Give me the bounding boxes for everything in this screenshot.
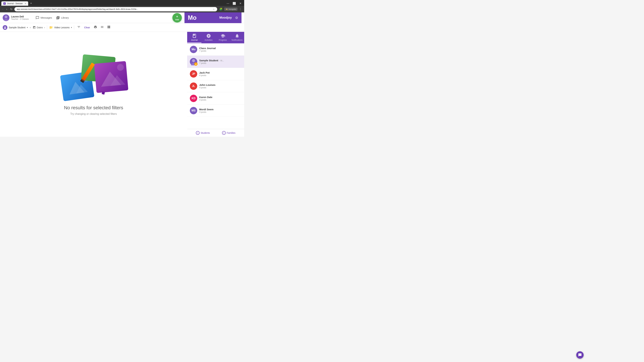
john-louises-name: John Louises [199,83,242,86]
notifications-tab-label: Notifications [232,39,242,41]
nav-items: Messages Library [36,16,170,19]
student-item-mordi[interactable]: MS Mordi Seem 3 posts [187,105,244,117]
empty-title: No results for selected filters [64,105,123,110]
add-button[interactable]: + Add [172,13,182,22]
john-louises-avatar: JL [190,82,197,90]
journal-tab-icon [192,33,197,38]
incognito-badge: 🕵 Incognito [224,7,238,11]
browser-menu-button[interactable]: ⋮ [238,7,243,11]
panel-top-section: Mo Moodjoy ⚙ [184,12,242,23]
student-item-jack[interactable]: JP Jack Pot 4 posts [187,68,244,80]
filter-bar: Sample Student ▾ ‹ Dates › 📁 Video Lesso… [0,23,244,32]
dates-label: Dates [37,26,43,29]
svg-point-9 [117,64,124,71]
mordi-seem-posts: 3 posts [199,111,242,113]
mordi-seem-avatar: MS [190,107,197,114]
maximize-button[interactable]: ⬜ [231,1,237,6]
add-label: Add [175,18,179,21]
extensions-button[interactable]: 🧩 [218,7,224,11]
notifications-tab-icon [235,33,240,38]
tab-title: Journal - Seesaw [7,2,24,5]
folder-selector[interactable]: 📁 Video Lessons ▾ [49,26,72,29]
families-label: Families [227,132,236,134]
karen-dale-avatar: KD [190,95,197,102]
dates-button[interactable]: Dates [33,26,43,29]
messages-nav-item[interactable]: Messages [36,16,52,19]
panel-list: Mo Class Journal 7 posts [187,43,244,129]
settings-icon[interactable]: ⚙ [235,16,238,20]
close-window-button[interactable]: ✕ [238,1,243,6]
library-nav-item[interactable]: Library [56,16,69,19]
purple-card [94,61,128,93]
journal-tab-label: Journal [191,39,198,41]
tab-journal[interactable]: Journal [187,32,202,43]
folder-name: Video Lessons [54,26,70,29]
library-icon [56,16,60,19]
filter-options-button[interactable] [76,25,82,30]
user-details: Lauren Deli Teacher · 2 Classes [11,15,29,20]
progress-tab-icon [220,33,225,38]
list-view-button[interactable] [100,25,105,30]
class-journal-item[interactable]: Mo Class Journal 7 posts [187,43,244,56]
minimize-button[interactable]: — [225,1,230,6]
top-nav: Lauren Deli Teacher · 2 Classes Messages… [0,12,244,23]
student-selector[interactable]: Sample Student ▾ [3,25,28,30]
window-controls: — ⬜ ✕ [225,1,243,6]
families-button[interactable]: + Families [222,131,236,135]
print-icon [94,25,97,29]
clear-button[interactable]: Clear [83,25,92,29]
grid-icon [107,25,110,29]
back-button[interactable]: ‹ [1,7,4,11]
jack-pot-avatar: JP [190,70,197,78]
calendar-icon [33,26,36,29]
bookmark-icon[interactable]: ☆ [213,8,215,10]
mordi-seem-info: Mordi Seem 3 posts [199,108,242,113]
new-tab-button[interactable]: + [29,1,33,6]
app-container: Lauren Deli Teacher · 2 Classes Messages… [0,12,244,137]
separator-1 [47,25,47,29]
user-avatar [3,14,10,21]
tab-notifications[interactable]: Notifications [230,32,244,43]
active-tab[interactable]: S Journal - Seesaw × [1,1,28,6]
students-button[interactable]: + Students [196,131,210,135]
messages-label: Messages [40,16,52,19]
sample-student-posts: 7 posts [199,62,242,64]
folder-icon: 📁 [49,26,53,29]
add-families-icon: + [222,131,226,135]
url-text: app.seesaw.me/#/class/class.e01bf4c2-9a2… [17,8,212,10]
tab-activities[interactable]: Activities [202,32,216,43]
empty-state-illustration [58,53,129,102]
panel-username: Moodjoy [219,16,232,19]
folder-badge: 📁 [194,62,198,66]
user-name: Lauren Deli [11,15,29,18]
grid-view-button[interactable] [106,25,112,30]
student-item-sample[interactable]: 📁 Sample Student - Vi... 7 posts [187,56,244,68]
add-students-icon: + [196,131,200,135]
address-bar[interactable]: app.seesaw.me/#/class/class.e01bf4c2-9a2… [14,7,217,11]
tab-close-button[interactable]: × [25,2,26,5]
empty-state: No results for selected filters Try chan… [58,53,129,115]
student-item-john[interactable]: JL John Louises 4 posts [187,80,244,92]
activities-tab-icon [206,33,211,38]
print-button[interactable] [93,25,98,30]
empty-subtitle: Try changing or clearing selected filter… [70,112,117,115]
jack-pot-posts: 4 posts [199,74,242,77]
reload-button[interactable]: ↻ [9,7,14,11]
forward-button[interactable]: › [5,7,8,11]
panel-initial: Mo [188,14,218,21]
user-role: Teacher · 2 Classes [11,18,29,20]
tab-favicon: S [3,2,6,5]
svg-point-11 [192,59,195,62]
jack-pot-info: Jack Pot 4 posts [199,71,242,77]
list-icon [100,25,104,29]
journal-area: No results for selected filters Try chan… [0,32,187,137]
john-louises-posts: 4 posts [199,86,242,89]
class-journal-posts: 7 posts [199,50,242,52]
karen-dale-name: Karen Dale [199,96,242,98]
browser-nav-right: 🧩 🕵 Incognito ⋮ [218,7,243,11]
tab-progress[interactable]: Progress [216,32,230,43]
student-item-karen[interactable]: KD Karen Dale 3 posts [187,92,244,105]
right-panel: Journal Activities Progress [187,32,244,137]
students-label: Students [200,132,210,134]
prev-date-button[interactable]: ‹ [29,25,31,30]
